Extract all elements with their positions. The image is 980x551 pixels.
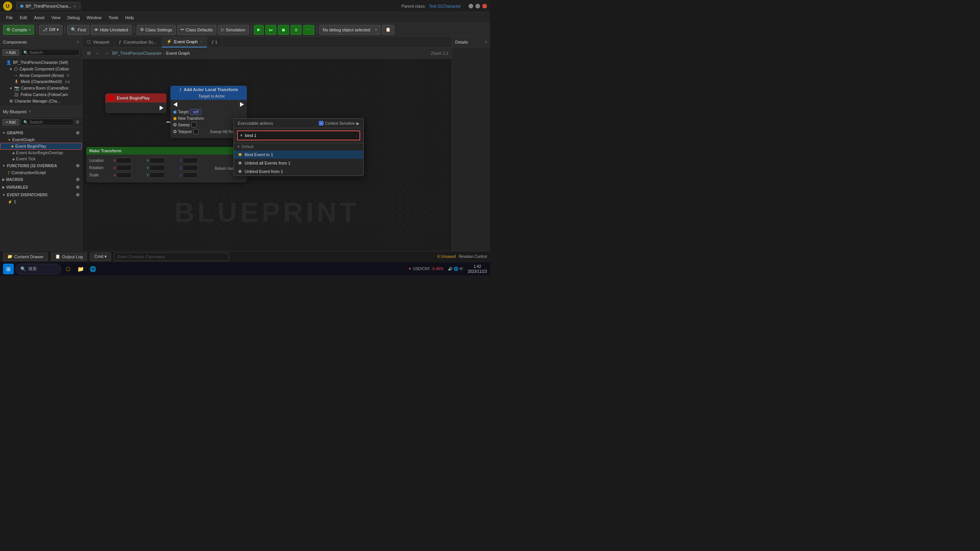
popup-clear-icon[interactable]: × xyxy=(240,133,243,138)
taskbar-explorer-icon[interactable]: 📁 xyxy=(75,264,86,274)
menu-item-view[interactable]: View xyxy=(48,14,64,21)
play-button[interactable]: ▶ xyxy=(254,25,264,35)
comp-item-followcam[interactable]: 🎥 Follow Camera (FollowCam xyxy=(0,91,82,98)
context-sensitive-toggle[interactable]: ✓ Context Sensitive ▶ xyxy=(319,121,359,126)
play-next-button[interactable]: ⏭ xyxy=(265,25,276,35)
menu-item-debug[interactable]: Debug xyxy=(64,14,83,21)
start-button[interactable]: ⊞ xyxy=(3,264,14,274)
close-button[interactable]: × xyxy=(482,4,487,8)
mybp-add-button[interactable]: + Add xyxy=(2,119,19,126)
class-settings-button[interactable]: ⚙ Class Settings xyxy=(137,25,176,35)
scale-x-input[interactable]: 1.0 xyxy=(116,172,132,178)
grid-view-button[interactable]: ⊞ xyxy=(85,50,92,57)
rot-y-input[interactable]: 0.0 xyxy=(150,165,165,171)
popup-result-unbind-all[interactable]: Unbind all Events from 1 xyxy=(234,159,363,167)
simulation-button[interactable]: ▷ Simulation xyxy=(218,25,249,35)
graphs-add-icon[interactable]: ⊕ xyxy=(76,130,80,135)
comp-item-capsule[interactable]: ▼ ⬡ Capsule Component (Collisio xyxy=(0,66,82,72)
loc-x-input[interactable]: 0.0 xyxy=(116,158,132,163)
popup-result-unbind[interactable]: Unbind Event from 1 xyxy=(234,167,363,176)
popup-result-bind-1[interactable]: Bind Event to 1 xyxy=(234,150,363,159)
comp-item-camboom[interactable]: ▼ 📷 Camera Boom (CameraBoo xyxy=(0,85,82,91)
graphs-section[interactable]: ▼ GRAPHS ⊕ xyxy=(0,129,82,137)
event-beginplay-item[interactable]: ◆ Event BeginPlay xyxy=(0,143,82,150)
teleport-pin[interactable] xyxy=(173,130,176,133)
find-button[interactable]: 🔍 Find xyxy=(67,25,89,35)
menu-item-window[interactable]: Window xyxy=(83,14,105,21)
play-pause-button[interactable]: ⏸ xyxy=(291,25,302,35)
cmd-button[interactable]: Cmd ▾ xyxy=(90,253,111,261)
rot-z-input[interactable]: 0.0 xyxy=(183,165,198,171)
tab-event-graph-close-icon[interactable]: × xyxy=(200,40,202,44)
dispatchers-add-icon[interactable]: ⊕ xyxy=(76,192,80,197)
loc-y-input[interactable]: 0.0 xyxy=(150,158,165,163)
menu-item-file[interactable]: File xyxy=(3,14,16,21)
transform-node[interactable]: Make Transform Location X 0.0 xyxy=(86,147,247,183)
taskbar-browser-icon[interactable]: 🌐 xyxy=(87,264,98,274)
variables-section[interactable]: ▶ VARIABLES ⊕ xyxy=(0,183,82,191)
debug-object-button[interactable]: No debug object selected ▾ xyxy=(319,25,381,35)
loc-z-input[interactable]: 0.0 xyxy=(183,158,198,163)
tab-viewport[interactable]: ⬡ Viewport xyxy=(82,37,114,47)
event-tick-item[interactable]: ◆ Event Tick xyxy=(0,156,82,162)
rot-x-input[interactable]: 0.0 xyxy=(116,165,132,171)
taskbar-ue-icon[interactable]: ⬡ xyxy=(63,264,74,274)
class-defaults-button[interactable]: ✏ Class Defaults xyxy=(177,25,216,35)
dispatcher-1-item[interactable]: ⚡ 1 xyxy=(0,199,82,205)
event-graph-item[interactable]: ✦ EventGraph xyxy=(0,137,82,143)
comp-item-arrow[interactable]: → Arrow Component (Arrow) E xyxy=(0,72,82,78)
debug-extra-button[interactable]: 📋 xyxy=(382,25,394,35)
macros-add-icon[interactable]: ⊕ xyxy=(76,177,80,182)
comp-item-charmgr[interactable]: ⚙ Character Manager (Cha... xyxy=(0,98,82,104)
sweep-checkbox[interactable] xyxy=(191,122,197,127)
blueprint-canvas[interactable]: BLUEPRINT Event BeginPlay xyxy=(82,59,452,251)
teleport-checkbox[interactable] xyxy=(193,129,199,134)
components-search-input[interactable] xyxy=(29,50,77,55)
revision-control[interactable]: Revision Control xyxy=(459,254,487,259)
console-input[interactable] xyxy=(114,253,229,261)
tab-f1[interactable]: ƒ 1 xyxy=(207,37,222,47)
functions-section[interactable]: ▼ FUNCTIONS (32 OVERRIDA ⊕ xyxy=(0,162,82,170)
breadcrumb-parent[interactable]: BP_ThirdPersonCharacter xyxy=(112,51,162,55)
event-actoroverlap-item[interactable]: ◆ Event ActorBeginOverlap xyxy=(0,150,82,156)
event-begin-exec-out-pin[interactable] xyxy=(160,106,163,110)
play-more-button[interactable]: ⋯ xyxy=(303,25,314,35)
tab-close-icon[interactable]: × xyxy=(74,4,76,8)
minimize-button[interactable]: − xyxy=(469,4,473,8)
output-log-button[interactable]: 📋 Output Log xyxy=(51,253,87,261)
diff-button[interactable]: ⎇ Diff ▾ xyxy=(39,25,62,35)
menu-item-help[interactable]: Help xyxy=(122,14,137,21)
construction-script-item[interactable]: ƒ ConstructionScript xyxy=(0,170,82,176)
components-close-icon[interactable]: × xyxy=(77,40,79,44)
tab-construction[interactable]: ƒ Construction Sc... xyxy=(114,37,162,47)
add-actor-exec-in-pin[interactable] xyxy=(173,102,177,107)
macros-section[interactable]: ▶ MACROS ⊕ xyxy=(0,176,82,183)
menu-item-tools[interactable]: Tools xyxy=(105,14,121,21)
hide-unrelated-button[interactable]: 👁 Hide Unrelated xyxy=(91,25,131,35)
forward-button[interactable]: → xyxy=(103,50,111,57)
taskbar-search[interactable]: 🔍 搜索 xyxy=(15,264,61,274)
sweep-pin[interactable] xyxy=(173,123,176,126)
new-transform-pin[interactable] xyxy=(173,117,176,120)
scale-z-input[interactable]: 1.0 xyxy=(183,172,198,178)
executable-actions-popup[interactable]: Executable actions ✓ Context Sensitive ▶… xyxy=(234,118,364,176)
variables-add-icon[interactable]: ⊕ xyxy=(76,184,80,190)
details-close-icon[interactable]: × xyxy=(485,40,487,44)
menu-item-edit[interactable]: Edit xyxy=(17,14,30,21)
context-sensitive-checkbox[interactable]: ✓ xyxy=(319,121,323,126)
content-drawer-button[interactable]: 📁 Content Drawer xyxy=(3,253,48,261)
comp-item-mesh[interactable]: 🧍 Mesh (CharacterMesh0) Edi xyxy=(0,78,82,85)
mybp-close-icon[interactable]: × xyxy=(29,109,31,114)
components-add-button[interactable]: + Add xyxy=(2,49,19,56)
title-tab[interactable]: BP_ThirdPersonChara... × xyxy=(16,2,80,10)
back-button[interactable]: ← xyxy=(94,50,101,57)
event-beginplay-node[interactable]: Event BeginPlay xyxy=(105,93,167,113)
scale-y-input[interactable]: 1.0 xyxy=(150,172,165,178)
add-actor-exec-out-pin[interactable] xyxy=(240,102,244,107)
comp-item-self[interactable]: 👤 BP_ThirdPersonCharacter (Self) xyxy=(0,59,82,66)
maximize-button[interactable]: □ xyxy=(475,4,480,8)
target-pin[interactable] xyxy=(173,111,176,114)
menu-item-asset[interactable]: Asset xyxy=(31,14,48,21)
popup-search-value[interactable]: bind 1 xyxy=(245,133,256,138)
tab-event-graph[interactable]: ⚡ Event Graph × xyxy=(162,37,207,47)
